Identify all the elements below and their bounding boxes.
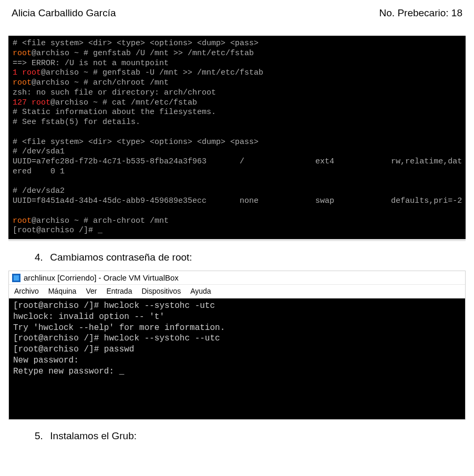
terminal-line: ==> ERROR: /U is not a mountpoint [13,59,169,68]
terminal-line: # <file system> <dir> <type> <options> <… [13,138,259,147]
vm-titlebar[interactable]: archlinux [Corriendo] - Oracle VM Virtua… [9,271,465,285]
svg-rect-1 [14,275,19,281]
terminal-root: root [13,216,32,225]
step-text: Instalamos el Grub: [50,430,137,441]
terminal-line: [root@archiso /]# hwclock --systohc -utc [13,301,215,311]
step-4: 4. Cambiamos contraseña de root: [35,252,462,263]
terminal-line: @archiso ~ # cat /mnt/etc/fstab [50,98,197,107]
terminal-line: # /dev/sda2 [13,187,65,195]
menu-archivo[interactable]: Archivo [14,287,39,295]
step-5: 5. Instalamos el Grub: [35,430,462,442]
terminal-root: root [13,78,32,87]
menu-maquina[interactable]: Máquina [48,287,77,295]
terminal-line: Try 'hwclock --help' for more informatio… [13,323,225,333]
menu-ayuda[interactable]: Ayuda [190,287,211,295]
author-name: Alicia Carballido García [12,7,116,19]
step-number: 4. [35,252,47,263]
step-number: 5. [35,430,47,442]
terminal-line: UUID=a7efc28d-f72b-4c71-b535-8fba24a3f96… [13,157,462,166]
terminal-line: UUID=f8451a4d-34b4-45dc-abb9-459689e35ec… [13,196,462,205]
prebecario-id: No. Prebecario: 18 [379,7,462,19]
step-text: Cambiamos contraseña de root: [50,252,192,263]
vm-terminal-body: [root@archiso /]# hwclock --systohc -utc… [9,298,465,419]
virtualbox-icon [12,274,20,282]
virtualbox-window: archlinux [Corriendo] - Oracle VM Virtua… [8,271,466,420]
terminal-line: [root@archiso /]# passwd [13,345,134,354]
terminal-line: ered 0 1 [13,167,65,176]
terminal-line: @archiso ~ # genfstab /U /mnt >> /mnt/et… [32,49,254,58]
terminal-line: New password: [13,356,79,365]
vm-menubar: Archivo Máquina Ver Entrada Dispositivos… [9,285,465,298]
terminal-line: # Static information about the filesyste… [13,108,216,117]
terminal-line: Retype new password: _ [13,367,124,376]
terminal-line: [root@archiso /]# _ [13,226,102,235]
terminal-line: @archiso ~ # arch-chroot /mnt [32,216,169,225]
terminal-line: zsh: no such file or directory: arch/chr… [13,88,216,97]
menu-ver[interactable]: Ver [86,287,97,295]
menu-entrada[interactable]: Entrada [106,287,132,295]
terminal-line: @archiso ~ # genfstab -U /mnt >> /mnt/et… [41,68,263,77]
menu-dispositivos[interactable]: Dispositivos [141,287,181,295]
document-header: Alicia Carballido García No. Prebecario:… [12,7,462,19]
terminal-fstab: # <file system> <dir> <type> <options> <… [8,36,466,241]
terminal-line: # See fstab(5) for details. [13,118,140,127]
vm-window-title: archlinux [Corriendo] - Oracle VM Virtua… [24,273,179,282]
terminal-line: @archiso ~ # arch/chroot /mnt [32,78,169,87]
terminal-line: hwclock: invalid option -- 't' [13,312,164,322]
terminal-error-code: 127 root [13,98,50,107]
terminal-line: # /dev/sda1 [13,147,65,156]
terminal-error-code: 1 root [13,68,41,77]
terminal-root: root [13,49,32,58]
terminal-line: # <file system> <dir> <type> <options> <… [13,39,259,48]
terminal-line: [root@archiso /]# hwclock --systohc --ut… [13,334,220,343]
